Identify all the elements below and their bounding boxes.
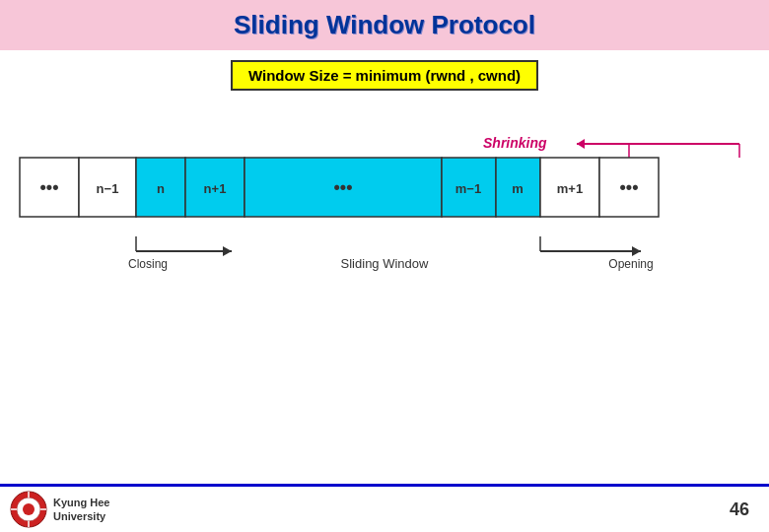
svg-text:•••: ••• <box>334 177 353 197</box>
shrinking-label: Shrinking <box>483 135 547 151</box>
svg-text:Closing: Closing <box>128 257 168 271</box>
svg-marker-26 <box>223 246 232 256</box>
svg-text:Sliding Window: Sliding Window <box>341 256 429 271</box>
svg-point-35 <box>23 503 35 515</box>
svg-text:•••: ••• <box>620 177 639 197</box>
university-name: Kyung Hee University <box>53 496 109 524</box>
svg-text:n−1: n−1 <box>97 181 119 196</box>
svg-text:m+1: m+1 <box>557 181 583 196</box>
sliding-window-diagram: Shrinking ••• n−1 n n+1 ••• m−1 m m+1 <box>20 108 749 305</box>
footer: Kyung Hee University 46 <box>0 484 769 532</box>
content-area: Window Size = minimum (rwnd , cwnd) Shri… <box>0 60 769 305</box>
svg-marker-31 <box>632 246 641 256</box>
university-logo: Kyung Hee University <box>10 491 109 528</box>
svg-marker-2 <box>577 139 585 149</box>
page-number: 46 <box>730 499 749 520</box>
title-bar: Sliding Window Protocol <box>0 0 769 50</box>
svg-text:•••: ••• <box>40 177 59 197</box>
formula-box: Window Size = minimum (rwnd , cwnd) <box>231 60 538 91</box>
logo-emblem-icon <box>10 491 47 528</box>
slide-title: Sliding Window Protocol <box>0 10 769 40</box>
svg-text:Opening: Opening <box>608 257 653 271</box>
svg-text:n+1: n+1 <box>204 181 227 196</box>
svg-text:n: n <box>157 181 165 196</box>
svg-text:m: m <box>512 181 524 196</box>
svg-text:m−1: m−1 <box>455 181 481 196</box>
